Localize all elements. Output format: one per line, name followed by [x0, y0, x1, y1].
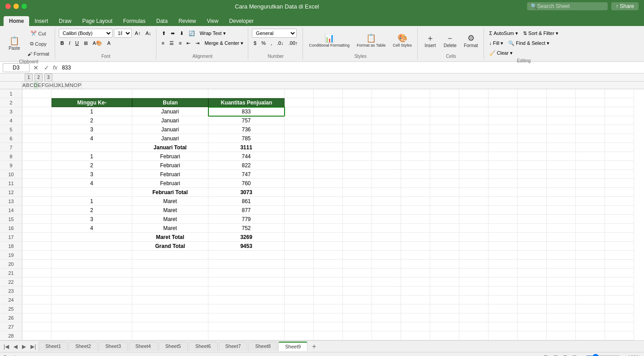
sort-filter-button[interactable]: ⇅ Sort & Filter ▾ — [521, 29, 560, 38]
outline-1-button[interactable]: 1 — [25, 74, 33, 82]
cell-i7[interactable] — [401, 143, 430, 152]
cell-o15[interactable] — [576, 215, 605, 224]
cell-a14[interactable] — [22, 206, 52, 215]
cell-i22[interactable] — [401, 278, 430, 287]
cell-l19[interactable] — [488, 251, 518, 260]
cell-m12[interactable] — [518, 188, 547, 197]
cell-k16[interactable] — [459, 224, 488, 233]
cell-a13[interactable] — [22, 197, 52, 206]
cell-a10[interactable] — [22, 170, 52, 179]
outline-3-button[interactable]: 3 — [44, 74, 52, 82]
cell-k12[interactable] — [459, 188, 488, 197]
cell-l16[interactable] — [488, 224, 518, 233]
cell-d16[interactable]: 752 — [208, 224, 285, 233]
cell-n5[interactable] — [547, 125, 576, 134]
cell-l8[interactable] — [488, 152, 518, 161]
cell-a17[interactable] — [22, 233, 52, 242]
cell-b21[interactable] — [52, 269, 132, 278]
cell-g14[interactable] — [343, 206, 372, 215]
cell-c14[interactable]: Maret — [132, 206, 208, 215]
cell-j20[interactable] — [430, 260, 459, 269]
cell-f6[interactable] — [314, 134, 343, 143]
cell-g8[interactable] — [343, 152, 372, 161]
row-num-1[interactable]: 1 — [0, 89, 22, 98]
row-num-25[interactable]: 25 — [0, 304, 22, 313]
cell-m28[interactable] — [518, 331, 547, 340]
cell-p19[interactable] — [605, 251, 634, 260]
cell-j8[interactable] — [430, 152, 459, 161]
cell-e10[interactable] — [285, 170, 314, 179]
cell-i8[interactable] — [401, 152, 430, 161]
cell-n9[interactable] — [547, 161, 576, 170]
cell-n6[interactable] — [547, 134, 576, 143]
cell-l13[interactable] — [488, 197, 518, 206]
cell-o24[interactable] — [576, 295, 605, 304]
cell-l28[interactable] — [488, 331, 518, 340]
cell-l9[interactable] — [488, 161, 518, 170]
search-bar[interactable]: 🔍 — [527, 2, 608, 10]
cell-b23[interactable] — [52, 287, 132, 295]
cell-m14[interactable] — [518, 206, 547, 215]
cell-h23[interactable] — [372, 287, 401, 295]
cell-e1[interactable] — [285, 89, 314, 98]
cell-h20[interactable] — [372, 260, 401, 269]
fill-color-button[interactable]: A🎨 — [91, 39, 104, 48]
cell-o28[interactable] — [576, 331, 605, 340]
cell-b15[interactable]: 3 — [52, 215, 132, 224]
cell-h1[interactable] — [372, 89, 401, 98]
cell-d28[interactable] — [208, 331, 285, 340]
cell-c3[interactable]: Januari — [132, 107, 208, 116]
cell-o1[interactable] — [576, 89, 605, 98]
cell-e20[interactable] — [285, 260, 314, 269]
cell-h21[interactable] — [372, 269, 401, 278]
cell-p24[interactable] — [605, 295, 634, 304]
cell-k27[interactable] — [459, 322, 488, 331]
cell-l5[interactable] — [488, 125, 518, 134]
orientation-button[interactable]: 🔄 — [187, 29, 197, 38]
cell-c23[interactable] — [132, 287, 208, 295]
row-num-24[interactable]: 24 — [0, 295, 22, 304]
cell-j19[interactable] — [430, 251, 459, 260]
row-num-10[interactable]: 10 — [0, 170, 22, 179]
cell-o10[interactable] — [576, 170, 605, 179]
cell-n26[interactable] — [547, 313, 576, 322]
cell-g18[interactable] — [343, 242, 372, 251]
cell-l17[interactable] — [488, 233, 518, 242]
cell-e28[interactable] — [285, 331, 314, 340]
sheet-tab-sheet7[interactable]: Sheet7 — [219, 342, 248, 351]
cell-i27[interactable] — [401, 322, 430, 331]
cell-e18[interactable] — [285, 242, 314, 251]
cell-g7[interactable] — [343, 143, 372, 152]
cell-m22[interactable] — [518, 278, 547, 287]
cell-p26[interactable] — [605, 313, 634, 322]
cell-c7[interactable]: Januari Total — [132, 143, 208, 152]
cell-c8[interactable]: Februari — [132, 152, 208, 161]
cell-j5[interactable] — [430, 125, 459, 134]
row-num-27[interactable]: 27 — [0, 322, 22, 331]
cell-f25[interactable] — [314, 304, 343, 313]
cell-f11[interactable] — [314, 179, 343, 188]
cell-g22[interactable] — [343, 278, 372, 287]
cell-j15[interactable] — [430, 215, 459, 224]
cell-n21[interactable] — [547, 269, 576, 278]
cell-l23[interactable] — [488, 287, 518, 295]
cell-g26[interactable] — [343, 313, 372, 322]
currency-button[interactable]: $ — [252, 39, 258, 48]
cell-p2[interactable] — [605, 98, 634, 107]
percent-button[interactable]: % — [259, 39, 268, 48]
cell-f16[interactable] — [314, 224, 343, 233]
cell-i18[interactable] — [401, 242, 430, 251]
cell-h4[interactable] — [372, 116, 401, 125]
fill-button[interactable]: ↓ Fill ▾ — [488, 39, 506, 48]
cell-g4[interactable] — [343, 116, 372, 125]
cancel-formula-button[interactable]: ✕ — [31, 64, 40, 71]
cell-g3[interactable] — [343, 107, 372, 116]
cell-c11[interactable]: Februari — [132, 179, 208, 188]
align-center-button[interactable]: ☰ — [168, 39, 176, 48]
cell-i23[interactable] — [401, 287, 430, 295]
cell-o23[interactable] — [576, 287, 605, 295]
cell-h16[interactable] — [372, 224, 401, 233]
cell-f1[interactable] — [314, 89, 343, 98]
cell-b22[interactable] — [52, 278, 132, 287]
formula-input[interactable] — [61, 64, 641, 72]
